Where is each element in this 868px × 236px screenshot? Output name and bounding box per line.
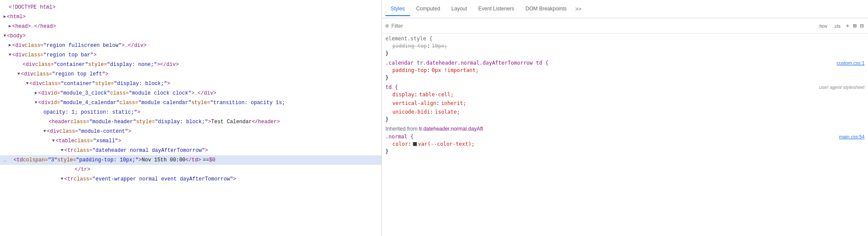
color-swatch	[413, 142, 417, 146]
styles-content: element.style { padding-top : 10px; } .c…	[382, 34, 868, 236]
style-prop-padding-top-calendar: padding-top : 0px !important;	[385, 66, 865, 75]
tab-dom-breakpoints[interactable]: DOM Breakpoints	[520, 2, 572, 16]
triangle-region-top-bar[interactable]: ▼	[9, 50, 11, 60]
style-rule-td: td { user agent stylesheet display : tab…	[385, 84, 865, 122]
style-prop-display-td: display : table-cell;	[385, 90, 865, 99]
cls-button[interactable]: .cls	[832, 23, 842, 30]
style-prop-unicode-bidi-td: unicode-bidi : isolate;	[385, 108, 865, 116]
triangle-region-fullscreen[interactable]: ▶	[9, 41, 11, 50]
styles-filter-bar: ⊘ :hov .cls + ⊞ ⊟	[382, 18, 868, 34]
rule-header-element: element.style {	[385, 36, 865, 42]
dom-line-head[interactable]: ▶ <head> … </head>	[0, 22, 381, 31]
rule-close-normal: }	[385, 148, 865, 154]
triangle-tr-event[interactable]: ▼	[61, 174, 63, 184]
rule-close-element: }	[385, 50, 865, 56]
dom-line-html[interactable]: ▶ <html>	[0, 12, 381, 22]
triangle-module-content[interactable]: ▼	[43, 127, 46, 136]
dom-line-module-calendar-cont: opacity: 1; position: static;">	[0, 108, 381, 117]
rule-header-normal: .normal { main.css:54	[385, 134, 865, 140]
new-style-rule-icon[interactable]: ⊞	[852, 21, 857, 30]
triangle-tr-dateheader[interactable]: ▼	[61, 146, 63, 155]
style-prop-padding-top-element: padding-top : 10px;	[385, 42, 865, 50]
filter-icon: ⊘	[385, 23, 389, 30]
dom-line-body[interactable]: ▼ <body>	[0, 31, 381, 41]
tab-computed[interactable]: Computed	[411, 2, 445, 16]
style-prop-vertical-align-td: vertical-align : inherit;	[385, 99, 865, 108]
calendar-tr-selector: .calendar tr.dateheader.normal.dayAfterT…	[385, 60, 549, 66]
style-rule-calendar-tr: .calendar tr.dateheader.normal.dayAfterT…	[385, 60, 865, 81]
dom-tree-panel: <!DOCTYPE html> ▶ <html> ▶ <head> … </he…	[0, 0, 382, 236]
dom-line-header-calendar[interactable]: <header class="module-header" style="dis…	[0, 117, 381, 127]
dom-line-container-block[interactable]: ▼ <div class="container" style="display:…	[0, 79, 381, 88]
triangle-module-calendar[interactable]: ▼	[35, 98, 37, 108]
dom-line-region-top-left[interactable]: ▼ <div class="region top left">	[0, 69, 381, 79]
dom-line-region-fullscreen[interactable]: ▶ <div class="region fullscreen below"> …	[0, 41, 381, 50]
rule-header-calendar-tr: .calendar tr.dateheader.normal.dayAfterT…	[385, 60, 865, 66]
tab-event-listeners[interactable]: Event Listeners	[473, 2, 519, 16]
normal-selector: .normal {	[385, 134, 414, 140]
devtools-tabs: Styles Computed Layout Event Listeners D…	[382, 0, 868, 18]
triangle-body[interactable]: ▼	[3, 31, 6, 41]
calendar-tr-source[interactable]: custom.css:1	[837, 60, 865, 66]
triangle-region-top-left[interactable]: ▼	[17, 69, 20, 79]
dom-line-region-top-bar[interactable]: ▼ <div class="region top bar">	[0, 50, 381, 60]
toggle-sidebar-icon[interactable]: ⊟	[859, 21, 865, 30]
style-rule-normal: .normal { main.css:54 color : var(--colo…	[385, 134, 865, 154]
td-source-ua: user agent stylesheet	[819, 85, 865, 90]
dom-line-tr-close: </tr>	[0, 165, 381, 174]
style-rule-element: element.style { padding-top : 10px; }	[385, 36, 865, 56]
dom-line-container-none[interactable]: <div class="container" style="display: n…	[0, 60, 381, 69]
triangle-module-clock[interactable]: ▶	[35, 88, 37, 98]
dom-line-tr-dateheader[interactable]: ▼ <tr class="dateheader normal dayAfterT…	[0, 146, 381, 155]
triangle-container-block[interactable]: ▼	[26, 79, 29, 88]
tab-more[interactable]: >>	[573, 3, 584, 16]
normal-source[interactable]: main.css:54	[839, 134, 865, 139]
filter-right-icons: + ⊞ ⊟	[845, 21, 865, 30]
style-prop-color-normal: color : var(--color-text);	[385, 140, 865, 148]
triangle-html[interactable]: ▶	[3, 12, 6, 22]
dom-line-module-content[interactable]: ▼ <div class="module-content">	[0, 127, 381, 136]
element-style-selector: element.style {	[385, 36, 432, 42]
dom-line-doctype: <!DOCTYPE html>	[0, 3, 381, 12]
dom-line-table-xsmall[interactable]: ▼ <table class="xsmall">	[0, 136, 381, 146]
rule-close-td: }	[385, 116, 865, 122]
tab-styles[interactable]: Styles	[385, 2, 410, 16]
triangle-head[interactable]: ▶	[9, 22, 11, 31]
add-style-icon[interactable]: +	[845, 22, 850, 30]
rule-header-td: td { user agent stylesheet	[385, 84, 865, 90]
filter-input[interactable]	[391, 23, 814, 29]
td-selector: td {	[385, 84, 398, 90]
inherited-from-header: Inherited from tr.dateheader.normal.dayA…	[385, 126, 865, 132]
tab-layout[interactable]: Layout	[446, 2, 472, 16]
rule-close-calendar-tr: }	[385, 75, 865, 81]
dom-line-tr-event-wrapper[interactable]: ▼ <tr class="event-wrapper normal event …	[0, 174, 381, 184]
dom-line-module-calendar[interactable]: ▼ <div id="module_4_calendar" class="mod…	[0, 98, 381, 108]
inherited-from-link[interactable]: tr.dateheader.normal.dayAft	[419, 126, 483, 132]
hov-button[interactable]: :hov	[816, 23, 829, 30]
triangle-table[interactable]: ▼	[52, 136, 55, 146]
dom-line-td-highlighted[interactable]: … <td colspan="3" style="padding-top: 10…	[0, 155, 381, 165]
dom-line-module-clock[interactable]: ▶ <div id="module_3_clock" class="module…	[0, 88, 381, 98]
styles-panel: Styles Computed Layout Event Listeners D…	[382, 0, 868, 236]
